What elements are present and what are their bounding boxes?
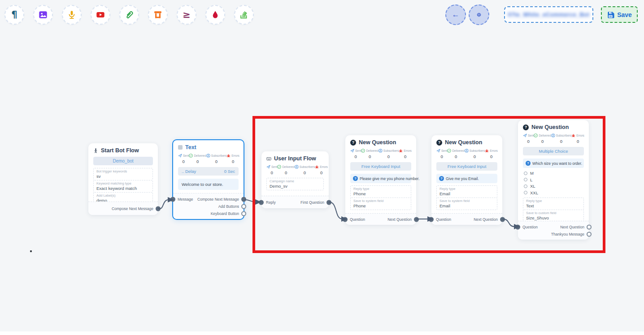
fit-view-button[interactable] (469, 4, 489, 25)
node-start-bot-flow[interactable]: Start Bot Flow Demo_bot Bot trigger keyw… (88, 143, 158, 215)
sent-icon (436, 149, 440, 153)
input-connector[interactable] (429, 217, 434, 222)
back-button[interactable]: ← (445, 4, 466, 25)
field-reply-type: Reply type Email (436, 185, 497, 198)
delivered-icon (447, 149, 451, 153)
droplet-icon (210, 10, 220, 20)
errors-icon (485, 149, 489, 153)
field-save-to-system-field: Save to system field Phone (350, 198, 411, 210)
microphone-icon (67, 10, 77, 20)
toolbar-image-button[interactable] (33, 5, 53, 25)
question-icon: ? (526, 161, 531, 166)
floppy-icon (607, 11, 614, 18)
input-label: Question (436, 217, 451, 222)
toolbar-condition-button[interactable]: ≥ (177, 5, 196, 25)
field-save-to-custom-field: Save to custom field Size_Shuvo (523, 210, 584, 222)
sent-icon (178, 154, 182, 158)
radio-icon[interactable] (524, 185, 527, 188)
node-user-input-flow[interactable]: User Input Flow Sent0 Delivered0 Subscri… (261, 151, 329, 208)
radio-icon[interactable] (524, 172, 527, 175)
store-icon (153, 10, 163, 20)
node-text[interactable]: Text Sent0 Delivered0 Subscribers0 Error… (172, 139, 244, 220)
delay-bar[interactable]: .. Delay 0 Sec (178, 167, 239, 176)
node-stats: Sent0 Delivered0 Subscribers0 Errors0 (436, 149, 497, 159)
radio-icon[interactable] (524, 178, 527, 181)
compress-icon (475, 11, 483, 18)
node-new-question-1[interactable]: ? New Question Sent0 Delivered0 Subscrib… (345, 135, 416, 225)
node-stats: Sent0 Delivered0 Subscribers0 Errors0 (266, 165, 324, 175)
sent-icon (266, 165, 270, 169)
output-connector-next-question[interactable] (587, 224, 592, 229)
greater-equal-icon: ≥ (183, 10, 191, 20)
node-new-question-3[interactable]: ? New Question Sent0 Delivered0 Subscrib… (518, 120, 589, 240)
output-label: Keyboard Button (211, 211, 239, 216)
question-preview: ? Which size you want to order. (523, 159, 584, 168)
radio-icon[interactable] (524, 191, 527, 194)
output-connector-compose[interactable] (241, 197, 246, 202)
field-keyword-matching-type: Keyword matching type Exact keyword matc… (93, 180, 153, 193)
flow-name-text: 07te_White_eCommerce_Bot (508, 12, 590, 18)
question-icon: ? (439, 176, 444, 181)
node-new-question-2[interactable]: ? New Question Sent0 Delivered0 Subscrib… (431, 135, 502, 225)
user-input-icon (266, 156, 271, 161)
delivered-icon (277, 165, 281, 169)
output-connector-keyboard-button[interactable] (241, 211, 246, 216)
output-label: Next Question (560, 225, 584, 229)
toolbar-video-button[interactable] (91, 5, 110, 25)
node-title: New Question (359, 139, 396, 146)
output-label: Next Question (387, 217, 412, 222)
question-type-pill: Multiple Choice (523, 147, 584, 155)
errors-icon (571, 133, 575, 137)
node-stats: Sent0 Delivered0 Subscribers0 Errors0 (523, 133, 584, 144)
person-icon (93, 148, 98, 153)
output-connector-thankyou-message[interactable] (587, 232, 592, 236)
subscribers-icon (551, 133, 555, 137)
input-connector[interactable] (259, 200, 264, 205)
subscribers-icon (379, 149, 383, 153)
output-connector[interactable] (326, 200, 331, 205)
output-connector[interactable] (414, 217, 419, 222)
choice-options: M L XL XXL (524, 171, 584, 195)
arrow-left-icon: ← (452, 10, 460, 19)
toolbar-sequence-button[interactable] (234, 5, 254, 25)
bottom-strip (0, 331, 644, 335)
toolbar-audio-button[interactable] (62, 5, 82, 25)
subscribers-icon (295, 165, 299, 169)
input-connector[interactable] (343, 217, 348, 222)
sent-icon (523, 133, 527, 137)
toolbar-ecommerce-button[interactable] (148, 5, 168, 25)
output-connector-add-buttons[interactable] (241, 204, 246, 209)
input-connector[interactable] (515, 224, 520, 229)
input-label: Message (178, 197, 193, 202)
output-connector[interactable] (500, 217, 505, 222)
toolbar-attachment-button[interactable] (119, 5, 139, 25)
image-icon (38, 10, 48, 20)
node-title: New Question (445, 139, 482, 146)
field-reply-type: Reply type Phone (350, 185, 411, 198)
node-title: New Question (531, 124, 569, 130)
output-label: Compose Next Message (112, 206, 153, 211)
paperclip-icon (124, 10, 134, 20)
toolbar-text-button[interactable]: ¶ (4, 5, 24, 25)
node-title: User Input Flow (274, 155, 316, 162)
node-footer: Reply First Question (261, 196, 329, 208)
input-connector[interactable] (170, 197, 175, 202)
delivered-icon (361, 149, 365, 153)
stack-icon (239, 10, 249, 20)
output-label: Compose Next Message (197, 197, 239, 202)
errors-icon (226, 154, 231, 158)
message-preview: Welcome to our store. (178, 179, 239, 190)
output-connector[interactable] (156, 206, 161, 211)
toolbar-drip-button[interactable] (205, 5, 225, 25)
delivered-icon (534, 133, 538, 137)
flow-name-input[interactable]: 07te_White_eCommerce_Bot (504, 6, 593, 23)
question-icon: ? (436, 140, 442, 146)
field-campaign-name: Campaign name Demo_sv (266, 178, 324, 190)
text-icon: ¶ (11, 10, 17, 20)
youtube-icon (96, 10, 105, 20)
flow-builder-canvas[interactable]: ¶ (0, 0, 644, 335)
canvas-speck (30, 250, 32, 252)
node-footer: Question Next Question (431, 213, 502, 225)
save-button[interactable]: Save (601, 6, 638, 23)
errors-icon (399, 149, 403, 153)
